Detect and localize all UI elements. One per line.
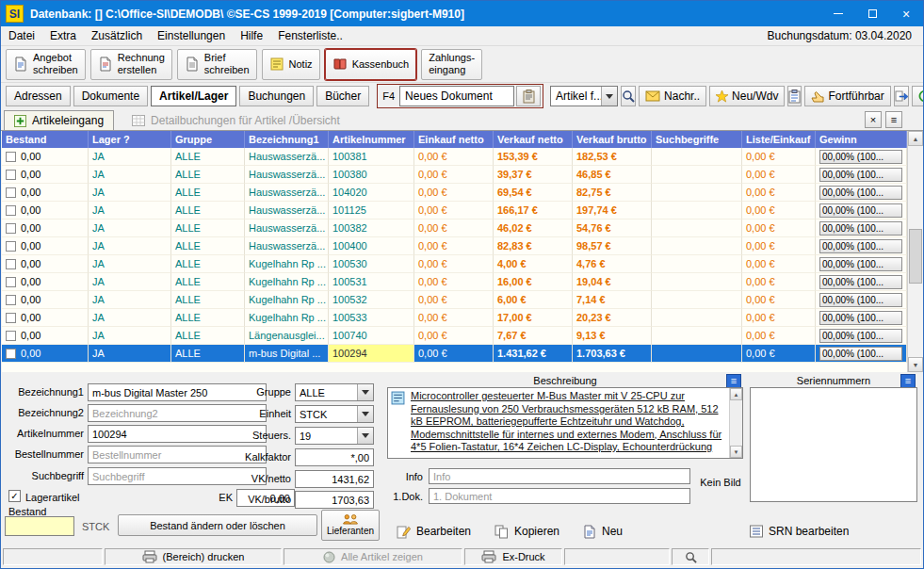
cell-liste_einkauf[interactable]: 0,00 € bbox=[742, 309, 816, 327]
cell-einkauf_netto[interactable]: 0,00 € bbox=[414, 291, 494, 309]
gewinn-button[interactable]: 00,00% (100... bbox=[819, 168, 902, 182]
cell-bezeichnung[interactable]: Kugelhahn Rp ... bbox=[245, 309, 329, 327]
cell-verkauf_netto[interactable]: 17,00 € bbox=[494, 309, 573, 327]
column-header[interactable]: Suchbegriffe bbox=[652, 131, 742, 148]
row-checkbox[interactable] bbox=[6, 241, 16, 252]
cell-bestand[interactable]: 0,00 bbox=[2, 219, 89, 237]
row-checkbox[interactable] bbox=[6, 170, 16, 180]
cell-artikelnummer[interactable]: 100381 bbox=[329, 148, 414, 166]
cell-suchbegriffe[interactable] bbox=[652, 148, 742, 166]
row-checkbox[interactable] bbox=[6, 223, 16, 234]
description-scrollbar[interactable]: ▲ ▼ bbox=[729, 388, 742, 458]
cell-lager[interactable]: JA bbox=[89, 219, 171, 237]
cell-artikelnummer[interactable]: 100532 bbox=[329, 291, 414, 309]
neu-wdv-button[interactable]: Neu/Wdv bbox=[709, 86, 785, 106]
cell-lager[interactable]: JA bbox=[89, 202, 171, 219]
tab-artikeleingang[interactable]: Artikeleingang bbox=[4, 110, 114, 130]
table-row[interactable]: 0,00JAALLEHauswasserzä...1003810,00 €153… bbox=[2, 148, 907, 166]
verlauf-button[interactable]: Verlauf bbox=[912, 86, 924, 106]
cell-bezeichnung[interactable]: Hauswasserzä... bbox=[245, 148, 329, 166]
notiz-button[interactable]: Notiz bbox=[262, 49, 320, 80]
cell-einkauf_netto[interactable]: 0,00 € bbox=[414, 309, 494, 327]
cell-einkauf_netto[interactable]: 0,00 € bbox=[414, 327, 494, 345]
cell-lager[interactable]: JA bbox=[89, 166, 171, 184]
bestand-aendern-button[interactable]: Bestand ändern oder löschen bbox=[118, 514, 317, 536]
cell-suchbegriffe[interactable] bbox=[652, 166, 742, 184]
close-panel-button[interactable]: × bbox=[865, 111, 882, 128]
table-row[interactable]: 0,00JAALLEKugelhahn Rp ...1005320,00 €6,… bbox=[2, 291, 907, 309]
cell-gruppe[interactable]: ALLE bbox=[171, 237, 245, 255]
cell-verkauf_netto[interactable]: 1.431,62 € bbox=[494, 345, 573, 363]
cell-einkauf_netto[interactable]: 0,00 € bbox=[414, 184, 494, 202]
cell-verkauf_brutto[interactable]: 1.703,63 € bbox=[573, 345, 652, 363]
cell-lager[interactable]: JA bbox=[89, 237, 171, 255]
cell-einkauf_netto[interactable]: 0,00 € bbox=[414, 202, 494, 219]
cell-gewinn[interactable]: 00,00% (100... bbox=[816, 291, 907, 309]
cell-verkauf_netto[interactable]: 166,17 € bbox=[494, 202, 573, 219]
menu-zusaetzlich[interactable]: Zusätzlich bbox=[84, 27, 150, 44]
cell-bestand[interactable]: 0,00 bbox=[2, 202, 89, 219]
cell-artikelnummer[interactable]: 100531 bbox=[329, 273, 414, 291]
cell-einkauf_netto[interactable]: 0,00 € bbox=[414, 273, 494, 291]
panel-menu-button[interactable]: ≡ bbox=[885, 111, 902, 128]
cell-einkauf_netto[interactable]: 0,00 € bbox=[414, 255, 494, 273]
ex-druck-button[interactable]: Ex-Druck bbox=[464, 548, 562, 565]
cell-suchbegriffe[interactable] bbox=[652, 273, 742, 291]
bearbeiten-button[interactable]: Bearbeiten bbox=[397, 521, 471, 542]
scrollbar-thumb[interactable] bbox=[909, 229, 922, 284]
cell-artikelnummer[interactable]: 100400 bbox=[329, 237, 414, 255]
cell-verkauf_brutto[interactable]: 54,76 € bbox=[573, 219, 652, 237]
cell-liste_einkauf[interactable]: 0,00 € bbox=[742, 148, 816, 166]
cell-liste_einkauf[interactable]: 0,00 € bbox=[742, 291, 816, 309]
column-header[interactable]: Liste/Einkauf bbox=[742, 131, 816, 148]
gewinn-button[interactable]: 00,00% (100... bbox=[819, 329, 902, 343]
cell-verkauf_netto[interactable]: 153,39 € bbox=[494, 148, 573, 166]
cell-einkauf_netto[interactable]: 0,00 € bbox=[414, 345, 494, 363]
minimize-button[interactable] bbox=[821, 1, 855, 26]
forward-button[interactable] bbox=[894, 86, 909, 106]
cell-verkauf_brutto[interactable]: 98,57 € bbox=[573, 237, 652, 255]
cell-verkauf_brutto[interactable]: 20,23 € bbox=[573, 309, 652, 327]
alle-artikel-zeigen-button[interactable]: Alle Artikel zeigen bbox=[284, 548, 462, 565]
cell-gewinn[interactable]: 00,00% (100... bbox=[816, 345, 907, 363]
cell-verkauf_netto[interactable]: 4,00 € bbox=[494, 255, 573, 273]
row-checkbox[interactable] bbox=[6, 331, 16, 341]
cell-bestand[interactable]: 0,00 bbox=[2, 345, 89, 363]
column-header[interactable]: Bestand bbox=[2, 131, 89, 148]
cell-bestand[interactable]: 0,00 bbox=[2, 327, 89, 345]
table-row[interactable]: 0,00JAALLEHauswasserzä...1040200,00 €69,… bbox=[2, 184, 907, 202]
gewinn-button[interactable]: 00,00% (100... bbox=[819, 221, 902, 236]
table-row[interactable]: 0,00JAALLEHauswasserzä...1003820,00 €46,… bbox=[2, 219, 907, 237]
gewinn-button[interactable]: 00,00% (100... bbox=[819, 293, 902, 307]
kopieren-button[interactable]: Kopieren bbox=[494, 521, 559, 542]
cell-suchbegriffe[interactable] bbox=[652, 255, 742, 273]
column-header[interactable]: Verkauf netto bbox=[494, 131, 573, 148]
cell-suchbegriffe[interactable] bbox=[652, 345, 742, 363]
cell-suchbegriffe[interactable] bbox=[652, 237, 742, 255]
cell-lager[interactable]: JA bbox=[89, 148, 171, 166]
fortfuehrbar-button[interactable]: Fortführbar bbox=[804, 86, 890, 106]
cell-gruppe[interactable]: ALLE bbox=[171, 148, 245, 166]
menu-datei[interactable]: Datei bbox=[1, 27, 42, 44]
row-checkbox[interactable] bbox=[6, 349, 16, 359]
seriennummern-panel[interactable] bbox=[750, 387, 917, 502]
cell-einkauf_netto[interactable]: 0,00 € bbox=[414, 219, 494, 237]
cell-bezeichnung[interactable]: Hauswasserzä... bbox=[245, 184, 329, 202]
cell-suchbegriffe[interactable] bbox=[652, 184, 742, 202]
cell-bestand[interactable]: 0,00 bbox=[2, 255, 89, 273]
column-header[interactable]: Gewinn bbox=[816, 131, 907, 148]
cell-liste_einkauf[interactable]: 0,00 € bbox=[742, 345, 816, 363]
tab-buchungen[interactable]: Buchungen bbox=[239, 86, 314, 106]
row-checkbox[interactable] bbox=[6, 152, 16, 162]
cell-liste_einkauf[interactable]: 0,00 € bbox=[742, 202, 816, 219]
cell-gewinn[interactable]: 00,00% (100... bbox=[816, 309, 907, 327]
cell-gruppe[interactable]: ALLE bbox=[171, 273, 245, 291]
maximize-button[interactable] bbox=[855, 1, 889, 26]
gruppe-select[interactable]: ALLE bbox=[295, 383, 374, 401]
cell-gruppe[interactable]: ALLE bbox=[171, 219, 245, 237]
tab-adressen[interactable]: Adressen bbox=[6, 86, 71, 106]
column-header[interactable]: Einkauf netto bbox=[414, 131, 494, 148]
lagerartikel-checkbox[interactable]: ✓ bbox=[8, 490, 21, 502]
status-search-button[interactable] bbox=[672, 548, 709, 565]
cell-bezeichnung[interactable]: m-bus Digital ... bbox=[245, 345, 329, 363]
